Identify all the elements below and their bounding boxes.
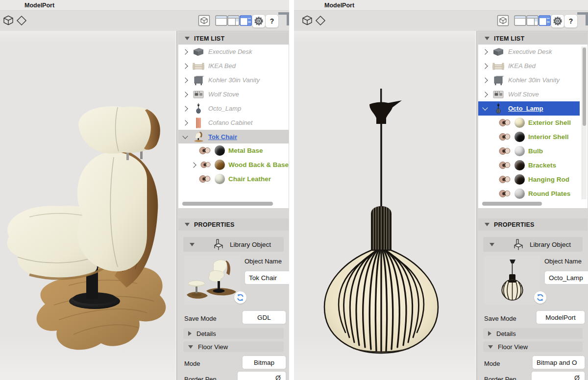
floor-view-bar[interactable]: Floor View	[483, 341, 583, 352]
material-sphere	[215, 145, 225, 156]
view-cube-button[interactable]	[2, 14, 15, 27]
chevron-right-icon[interactable]	[482, 77, 488, 83]
chevron-down-icon[interactable]	[482, 105, 488, 110]
material-row-wood-back[interactable]: Wood Back & Base	[178, 158, 289, 172]
library-object-bar[interactable]: Library Object	[483, 237, 583, 252]
layout-panels-button-active[interactable]	[538, 14, 551, 27]
expand-triangle-icon[interactable]	[188, 331, 192, 336]
details-bar[interactable]: Details	[483, 328, 583, 339]
chevron-right-icon[interactable]	[182, 77, 188, 83]
material-row-interior-shell[interactable]: Interior Shell	[478, 130, 588, 144]
horizontal-scrollbar[interactable]	[482, 202, 542, 206]
help-button[interactable]: ?	[564, 14, 578, 28]
material-pair-icon	[499, 175, 511, 184]
gear-icon	[552, 16, 563, 26]
object-name-field[interactable]: Octo_Lamp	[544, 271, 588, 285]
vertical-scrollbar-thumb[interactable]	[583, 48, 586, 126]
selected-item-link[interactable]: Tok Chair	[208, 133, 237, 141]
list-item-executive-desk[interactable]: Executive Desk	[178, 45, 289, 59]
list-item-octo-lamp-selected[interactable]: Octo_Lamp	[478, 101, 580, 116]
horizontal-scrollbar[interactable]	[182, 202, 273, 206]
collapse-triangle-icon[interactable]	[485, 37, 490, 40]
collapse-triangle-icon[interactable]	[185, 37, 190, 40]
refresh-button[interactable]	[234, 291, 246, 304]
details-bar[interactable]: Details	[183, 328, 284, 339]
properties-header[interactable]: PROPERTIES	[478, 218, 588, 231]
chevron-right-icon[interactable]	[182, 49, 188, 54]
window-right: ModelPort ?	[294, 0, 588, 380]
list-item-ikea-bed[interactable]: IKEA Bed	[178, 59, 289, 73]
collapse-triangle-icon[interactable]	[488, 345, 493, 349]
vertical-scrollbar-track[interactable]	[582, 47, 587, 199]
material-row-brackets[interactable]: Brackets	[478, 158, 588, 172]
list-item-octo-lamp[interactable]: Octo_Lamp	[178, 101, 289, 116]
model-view-button[interactable]	[496, 14, 509, 27]
list-item-wolf-stove[interactable]: Wolf Stove	[478, 87, 588, 101]
chevron-right-icon[interactable]	[482, 49, 488, 54]
material-row-metal-base[interactable]: Metal Base	[178, 143, 289, 158]
material-row-exterior-shell[interactable]: Exterior Shell	[478, 116, 588, 130]
list-item-cofano-cabinet[interactable]: Cofano Cabinet	[178, 116, 289, 130]
model-view-button[interactable]	[197, 14, 210, 27]
material-sphere	[514, 146, 525, 156]
list-item-kohler-vanity[interactable]: Kohler 30in Vanity	[178, 73, 289, 87]
list-item-executive-desk[interactable]: Executive Desk	[478, 45, 588, 59]
border-pen-field[interactable]: Ø	[531, 371, 585, 380]
title-bar[interactable]: ModelPort	[294, 0, 588, 11]
list-item-ikea-bed[interactable]: IKEA Bed	[478, 59, 588, 73]
collapse-triangle-icon[interactable]	[190, 243, 195, 246]
refresh-button[interactable]	[534, 291, 546, 304]
layout-single-button[interactable]	[514, 14, 526, 27]
list-item-tok-chair-selected[interactable]: Tok Chair	[178, 130, 289, 143]
layout-panels-button-active[interactable]	[239, 14, 252, 27]
settings-button[interactable]	[252, 14, 266, 28]
mode-field[interactable]: Bitmap and O	[532, 356, 585, 369]
title-bar[interactable]: ModelPort	[0, 0, 289, 11]
layout-split-button[interactable]	[227, 14, 240, 27]
collapse-triangle-icon[interactable]	[188, 345, 193, 349]
select-diamond-button[interactable]	[314, 14, 327, 27]
mode-field[interactable]: Bitmap	[242, 356, 286, 369]
viewport-3d-chair[interactable]	[0, 31, 175, 380]
select-diamond-button[interactable]	[15, 14, 28, 27]
view-cube-button[interactable]	[301, 14, 314, 27]
mode-row: Mode Bitmap and O	[484, 356, 585, 369]
settings-button[interactable]	[551, 14, 564, 28]
chevron-right-icon[interactable]	[182, 120, 188, 125]
properties-header[interactable]: PROPERTIES	[178, 218, 289, 231]
material-row-round-plates[interactable]: Round Plates	[478, 187, 588, 201]
object-name-field[interactable]: Tok Chair	[245, 271, 289, 285]
floor-view-bar[interactable]: Floor View	[183, 341, 284, 352]
collapse-triangle-icon[interactable]	[490, 243, 494, 246]
layout-split-icon	[227, 15, 240, 26]
material-row-hanging-rod[interactable]: Hanging Rod	[478, 172, 588, 187]
material-row-bulb[interactable]: Bulb	[478, 144, 588, 158]
selected-item-link[interactable]: Octo_Lamp	[508, 105, 543, 112]
null-symbol: Ø	[574, 374, 580, 380]
chevron-right-icon[interactable]	[482, 92, 488, 97]
viewport-3d-lamp[interactable]	[294, 31, 475, 380]
chevron-right-icon[interactable]	[482, 63, 488, 69]
item-list-header[interactable]: ITEM LIST	[178, 32, 289, 45]
chevron-right-icon[interactable]	[182, 92, 188, 97]
chevron-right-icon[interactable]	[191, 162, 196, 167]
material-row-chair-leather[interactable]: Chair Leather	[178, 172, 289, 186]
layout-split-button[interactable]	[526, 14, 539, 27]
collapse-triangle-icon[interactable]	[185, 223, 190, 226]
library-object-bar[interactable]: Library Object	[183, 237, 284, 252]
chevron-right-icon[interactable]	[182, 63, 188, 69]
save-mode-field[interactable]: ModelPort	[536, 310, 585, 324]
save-mode-field[interactable]: GDL	[242, 310, 286, 324]
item-list-header[interactable]: ITEM LIST	[478, 32, 588, 45]
expand-triangle-icon[interactable]	[488, 331, 491, 336]
list-item-wolf-stove[interactable]: Wolf Stove	[178, 87, 289, 101]
chair-glyph-icon	[212, 238, 225, 251]
window-left: ModelPort ?	[0, 0, 289, 380]
collapse-triangle-icon[interactable]	[485, 223, 490, 226]
list-item-kohler-vanity[interactable]: Kohler 30in Vanity	[478, 73, 588, 87]
border-pen-field[interactable]: Ø	[237, 371, 286, 380]
layout-single-button[interactable]	[215, 14, 227, 27]
help-button[interactable]: ?	[265, 14, 279, 28]
chevron-right-icon[interactable]	[182, 106, 188, 111]
chevron-down-icon[interactable]	[182, 133, 188, 139]
